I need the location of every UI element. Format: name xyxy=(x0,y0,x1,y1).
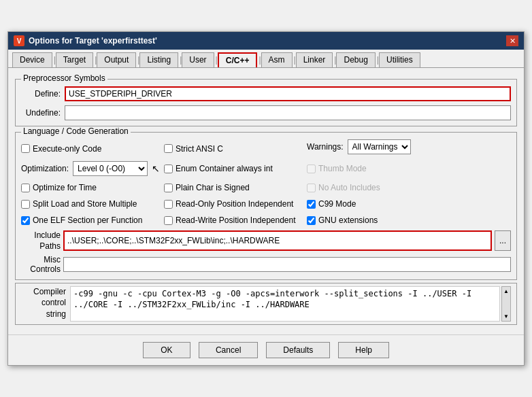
misc-controls-row: Misc Controls xyxy=(21,255,511,274)
gnu-extensions-label: GNU extensions xyxy=(318,215,378,225)
execute-only-label: Execute-only Code xyxy=(33,144,101,154)
gnu-extensions-row: GNU extensions xyxy=(307,215,511,225)
thumb-mode-row: Thumb Mode xyxy=(307,164,511,173)
optimize-time-label: Optimize for Time xyxy=(33,183,97,192)
no-auto-includes-row: No Auto Includes xyxy=(307,183,511,192)
read-only-checkbox[interactable] xyxy=(164,200,173,209)
cancel-button[interactable]: Cancel xyxy=(199,342,258,358)
optimize-time-checkbox[interactable] xyxy=(21,184,30,192)
define-input[interactable] xyxy=(65,86,511,101)
preprocessor-group-label: Preprocessor Symbols xyxy=(21,73,107,83)
execute-only-row: Execute-only Code xyxy=(21,144,164,154)
app-icon: V xyxy=(14,35,24,46)
cursor-icon: ↖ xyxy=(152,163,160,174)
ok-button[interactable]: OK xyxy=(143,342,190,358)
plain-char-label: Plain Char is Signed xyxy=(176,183,250,192)
include-paths-browse-button[interactable]: ... xyxy=(495,230,511,251)
optimization-select[interactable]: Level 0 (-O0) xyxy=(73,161,148,176)
read-only-row: Read-Only Position Independent xyxy=(164,199,307,209)
title-bar-left: V Options for Target 'experfirsttest' xyxy=(14,35,157,46)
close-button[interactable]: ✕ xyxy=(506,35,518,46)
title-bar: V Options for Target 'experfirsttest' ✕ xyxy=(8,32,524,50)
misc-controls-input[interactable] xyxy=(63,257,511,272)
define-row: Define: xyxy=(21,86,511,101)
optimize-time-row: Optimize for Time xyxy=(21,183,164,192)
strict-ansi-row: Strict ANSI C xyxy=(164,144,307,154)
tab-asm[interactable]: Asm xyxy=(261,52,293,67)
plain-char-checkbox[interactable] xyxy=(164,184,173,192)
include-paths-input[interactable] xyxy=(63,230,492,251)
strict-ansi-checkbox[interactable] xyxy=(164,144,173,153)
c99-mode-checkbox[interactable] xyxy=(307,200,316,209)
language-group-label: Language / Code Generation xyxy=(21,126,131,136)
language-group: Language / Code Generation Execute-only … xyxy=(15,132,517,279)
compiler-control-grid: Compiler control string -c99 -gnu -c -cp… xyxy=(21,286,511,322)
preprocessor-group: Preprocessor Symbols Define: Undefine: xyxy=(15,79,517,126)
read-only-label: Read-Only Position Independent xyxy=(176,199,293,209)
compiler-scrollbar[interactable]: ▲ ▼ xyxy=(501,286,511,322)
plain-char-row: Plain Char is Signed xyxy=(164,183,307,192)
undefine-label: Undefine: xyxy=(21,108,61,118)
tab-utilities[interactable]: Utilities xyxy=(379,52,420,67)
enum-container-checkbox[interactable] xyxy=(164,165,173,173)
thumb-mode-checkbox xyxy=(307,165,316,173)
split-load-label: Split Load and Store Multiple xyxy=(33,199,137,209)
dialog-title: Options for Target 'experfirsttest' xyxy=(29,36,157,46)
read-write-row: Read-Write Position Independent xyxy=(164,215,307,225)
execute-only-checkbox[interactable] xyxy=(21,144,30,153)
include-paths-label: Include Paths xyxy=(21,230,61,252)
c99-mode-row: C99 Mode xyxy=(307,199,511,209)
include-paths-row: Include Paths ... xyxy=(21,230,511,252)
define-label: Define: xyxy=(21,89,61,99)
one-elf-checkbox[interactable] xyxy=(21,216,30,225)
no-auto-includes-checkbox xyxy=(307,184,316,192)
split-load-checkbox[interactable] xyxy=(21,200,30,209)
split-load-row: Split Load and Store Multiple xyxy=(21,199,164,209)
tab-user[interactable]: User xyxy=(182,52,214,67)
warnings-select[interactable]: All Warnings xyxy=(348,139,411,154)
undefine-input[interactable] xyxy=(65,105,511,120)
strict-ansi-label: Strict ANSI C xyxy=(176,144,223,154)
undefine-row: Undefine: xyxy=(21,105,511,120)
compiler-control-textarea[interactable]: -c99 -gnu -c -cpu Cortex-M3 -g -O0 -apcs… xyxy=(70,286,500,322)
tab-linker[interactable]: Linker xyxy=(296,52,333,67)
optimization-row: Optimization: Level 0 (-O0) ↖ xyxy=(21,161,164,176)
one-elf-label: One ELF Section per Function xyxy=(33,215,142,225)
c99-mode-label: C99 Mode xyxy=(318,199,356,209)
scroll-up-arrow[interactable]: ▲ xyxy=(502,287,510,296)
tab-output[interactable]: Output xyxy=(97,52,136,67)
compiler-control-label: Compiler control string xyxy=(21,286,69,322)
tab-debug[interactable]: Debug xyxy=(336,52,375,67)
content-area: Preprocessor Symbols Define: Undefine: L… xyxy=(8,68,524,330)
warnings-row: Warnings: All Warnings xyxy=(307,139,511,154)
tab-device[interactable]: Device xyxy=(12,52,52,67)
tab-bar: Device | Target | Output | Listing | Use… xyxy=(8,50,524,68)
misc-controls-label: Misc Controls xyxy=(21,255,61,274)
one-elf-row: One ELF Section per Function xyxy=(21,215,164,225)
enum-container-label: Enum Container always int xyxy=(176,164,273,173)
help-button[interactable]: Help xyxy=(338,342,389,358)
read-write-label: Read-Write Position Independent xyxy=(176,215,296,225)
defaults-button[interactable]: Defaults xyxy=(266,342,330,358)
tab-cpp[interactable]: C/C++ xyxy=(218,52,258,67)
enum-container-row: Enum Container always int xyxy=(164,164,307,173)
tab-target[interactable]: Target xyxy=(56,52,93,67)
dialog-window: V Options for Target 'experfirsttest' ✕ … xyxy=(7,31,525,365)
read-write-checkbox[interactable] xyxy=(164,216,173,225)
compiler-control-group: Compiler control string -c99 -gnu -c -cp… xyxy=(15,283,517,325)
optimization-label: Optimization: xyxy=(21,164,69,173)
bottom-bar: OK Cancel Defaults Help xyxy=(8,334,524,365)
warnings-label: Warnings: xyxy=(307,142,344,152)
no-auto-includes-label: No Auto Includes xyxy=(318,183,380,192)
gnu-extensions-checkbox[interactable] xyxy=(307,216,316,225)
scroll-down-arrow[interactable]: ▼ xyxy=(502,312,510,321)
tab-listing[interactable]: Listing xyxy=(139,52,178,67)
thumb-mode-label: Thumb Mode xyxy=(318,164,367,173)
